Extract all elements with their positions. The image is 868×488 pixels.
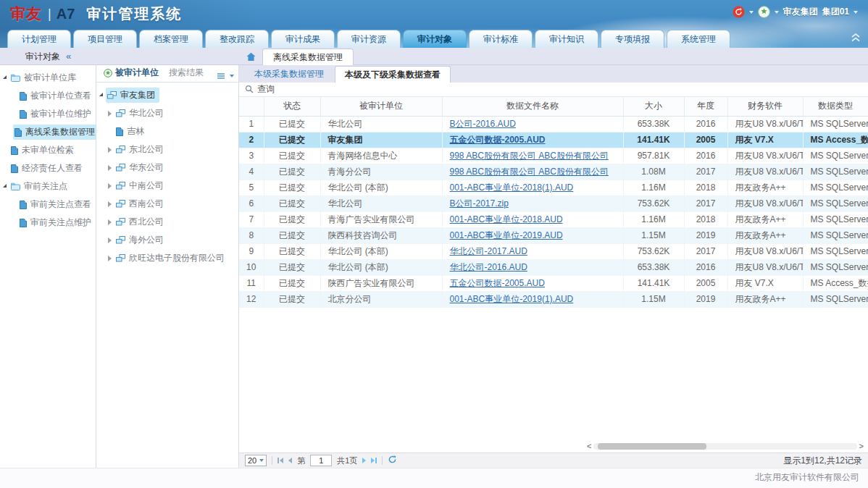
file-link[interactable]: 998 ABC股份有限公司 ABC股份有限公司 bbox=[450, 151, 609, 161]
table-row[interactable]: 9已提交华北公司 (本部)华北公司-2017.AUD753.62K2017用友U… bbox=[239, 243, 868, 259]
query-button[interactable]: 查询 bbox=[257, 83, 275, 96]
expanded-arrow-icon[interactable] bbox=[3, 184, 7, 188]
org-item[interactable]: 华东公司 bbox=[96, 159, 238, 177]
collapsed-arrow-icon[interactable] bbox=[108, 111, 112, 117]
table-row[interactable]: 11已提交陕西广告实业有限公司五金公司数据-2005.AUD141.41K200… bbox=[239, 275, 868, 291]
table-row[interactable]: 8已提交陕西科技咨询公司001-ABC事业单位-2019.AUD1.15M201… bbox=[239, 227, 868, 243]
main-tab-1[interactable]: 本级采集数据管理 bbox=[245, 66, 333, 83]
nav-tab-4[interactable]: 整改跟踪 bbox=[205, 30, 269, 48]
cell-year: 2017 bbox=[684, 164, 727, 180]
nav-tab-10[interactable]: 专项填报 bbox=[601, 30, 664, 48]
file-link[interactable]: B公司-2016.AUD bbox=[450, 119, 516, 129]
collapse-sidebar-icon[interactable]: « bbox=[66, 49, 71, 64]
org-item[interactable]: 海外公司 bbox=[96, 231, 238, 249]
collapsed-arrow-icon[interactable] bbox=[108, 237, 112, 243]
sidebar-subitem[interactable]: 审前关注点查看 bbox=[0, 195, 96, 214]
cell-unit: 华北公司 (本部) bbox=[320, 180, 442, 195]
table-row[interactable]: 6已提交华北公司B公司-2017.zip753.62K2017用友U8 V8.x… bbox=[239, 195, 868, 211]
nav-tab-8[interactable]: 审计标准 bbox=[469, 30, 533, 48]
table-row[interactable]: 3已提交青海网络信息中心998 ABC股份有限公司 ABC股份有限公司957.8… bbox=[239, 148, 868, 164]
expanded-arrow-icon[interactable] bbox=[99, 93, 103, 96]
collapsed-arrow-icon[interactable] bbox=[108, 183, 112, 189]
org-item[interactable]: 西北公司 bbox=[96, 213, 238, 231]
nav-tab-9[interactable]: 审计知识 bbox=[535, 30, 598, 48]
nav-tab-11[interactable]: 系统管理 bbox=[667, 30, 730, 48]
file-link[interactable]: 001-ABC事业单位-2018(1).AUD bbox=[450, 182, 574, 193]
caret-down-icon[interactable] bbox=[749, 11, 754, 14]
sidebar-item[interactable]: 经济责任人查看 bbox=[0, 159, 96, 177]
expanded-arrow-icon[interactable] bbox=[3, 75, 7, 79]
account-user[interactable]: 集团01 bbox=[822, 6, 849, 18]
scrollbar-thumb[interactable] bbox=[598, 443, 706, 450]
file-link[interactable]: 华北公司-2016.AUD bbox=[450, 262, 527, 272]
page-size-select[interactable]: 20 bbox=[245, 455, 267, 466]
sidebar-item[interactable]: 被审计单位库 bbox=[0, 69, 96, 87]
scroll-left-icon[interactable]: < bbox=[587, 442, 591, 450]
sidebar-item[interactable]: 审前关注点 bbox=[0, 177, 96, 195]
table-row[interactable]: 10已提交华北公司 (本部)华北公司-2016.AUD653.38K2016用友… bbox=[239, 259, 868, 275]
org-tab-2[interactable]: 搜索结果 bbox=[164, 67, 209, 82]
table-row[interactable]: 2已提交审友集团五金公司数据-2005.AUD141.41K2005用友 V7.… bbox=[239, 132, 868, 148]
chevron-down-icon[interactable] bbox=[230, 75, 234, 77]
caret-down-icon[interactable] bbox=[854, 11, 858, 14]
org-root[interactable]: 审友集团 bbox=[96, 86, 238, 104]
table-row[interactable]: 5已提交华北公司 (本部)001-ABC事业单位-2018(1).AUD1.16… bbox=[239, 180, 868, 195]
sidebar-item[interactable]: 未审单位检索 bbox=[0, 141, 96, 159]
account-org[interactable]: 审友集团 bbox=[783, 6, 818, 18]
nav-tab-7[interactable]: 审计对象 bbox=[403, 30, 467, 48]
file-link[interactable]: 998 ABC股份有限公司 ABC股份有限公司 bbox=[450, 167, 609, 177]
home-icon[interactable] bbox=[246, 51, 256, 64]
collapsed-arrow-icon[interactable] bbox=[108, 165, 112, 171]
file-link[interactable]: 华北公司-2017.AUD bbox=[450, 246, 527, 256]
cell-year: 2019 bbox=[684, 227, 727, 243]
next-page-button[interactable] bbox=[362, 458, 366, 463]
last-page-button[interactable] bbox=[371, 458, 377, 463]
nav-tab-2[interactable]: 项目管理 bbox=[73, 30, 137, 48]
collapsed-arrow-icon[interactable] bbox=[108, 201, 112, 207]
nav-tab-5[interactable]: 审计成果 bbox=[271, 30, 335, 48]
collapsed-arrow-icon[interactable] bbox=[108, 219, 112, 225]
org-item[interactable]: 中南公司 bbox=[96, 177, 238, 195]
prev-page-button[interactable] bbox=[288, 458, 292, 463]
table-row[interactable]: 4已提交青海分公司998 ABC股份有限公司 ABC股份有限公司1.08M201… bbox=[239, 164, 868, 180]
table-row[interactable]: 1已提交华北公司B公司-2016.AUD653.38K2016用友U8 V8.x… bbox=[239, 116, 868, 132]
refresh-icon[interactable] bbox=[388, 454, 397, 467]
org-item[interactable]: 欣旺达电子股份有限公司 bbox=[96, 249, 238, 267]
sidebar-subitem[interactable]: 审前关注点维护 bbox=[0, 214, 96, 232]
scrollbar-track[interactable] bbox=[593, 443, 856, 450]
nav-tab-6[interactable]: 审计资源 bbox=[337, 30, 401, 48]
notification-refresh-icon[interactable] bbox=[733, 6, 745, 18]
nav-tab-3[interactable]: 档案管理 bbox=[139, 30, 203, 48]
cell-no: 9 bbox=[239, 243, 264, 259]
main-tab-2[interactable]: 本级及下级采集数据查看 bbox=[335, 66, 451, 83]
sidebar-subitem[interactable]: 离线采集数据管理 bbox=[0, 123, 96, 141]
table-row[interactable]: 12已提交北京分公司001-ABC事业单位-2019(1).AUD1.15M20… bbox=[239, 291, 868, 307]
org-item[interactable]: 吉林 bbox=[96, 122, 238, 140]
page-number-input[interactable] bbox=[310, 455, 332, 466]
org-item[interactable]: 华北公司 bbox=[96, 104, 238, 122]
nav-tab-1[interactable]: 计划管理 bbox=[7, 30, 71, 48]
org-item[interactable]: 西南公司 bbox=[96, 195, 238, 213]
org-tab-1[interactable]: 被审计单位 bbox=[99, 67, 164, 82]
file-link[interactable]: 001-ABC事业单位-2019.AUD bbox=[450, 230, 563, 240]
list-menu-icon[interactable] bbox=[217, 70, 225, 83]
org-item[interactable]: 东北公司 bbox=[96, 140, 238, 159]
avatar-icon[interactable] bbox=[758, 6, 770, 18]
divider bbox=[272, 456, 272, 465]
file-link[interactable]: 五金公司数据-2005.AUD bbox=[450, 135, 546, 145]
collapse-ribbon-icon[interactable] bbox=[851, 32, 861, 45]
file-link[interactable]: 001-ABC事业单位-2019(1).AUD bbox=[450, 294, 574, 304]
table-row[interactable]: 7已提交青海广告实业有限公司001-ABC事业单位-2018.AUD1.16M2… bbox=[239, 211, 868, 227]
collapsed-arrow-icon[interactable] bbox=[108, 256, 112, 261]
sidebar-subitem[interactable]: 被审计单位查看 bbox=[0, 87, 96, 105]
cell-no: 6 bbox=[239, 195, 264, 211]
scroll-right-icon[interactable]: > bbox=[859, 442, 864, 450]
sidebar-subitem[interactable]: 被审计单位维护 bbox=[0, 105, 96, 123]
file-link[interactable]: 五金公司数据-2005.AUD bbox=[450, 278, 545, 288]
file-link[interactable]: B公司-2017.zip bbox=[450, 198, 509, 209]
first-page-button[interactable] bbox=[277, 458, 283, 463]
collapsed-arrow-icon[interactable] bbox=[108, 147, 112, 153]
file-link[interactable]: 001-ABC事业单位-2018.AUD bbox=[450, 214, 563, 224]
caret-down-icon[interactable] bbox=[775, 11, 779, 14]
open-page-tab[interactable]: 离线采集数据管理 bbox=[262, 49, 354, 65]
